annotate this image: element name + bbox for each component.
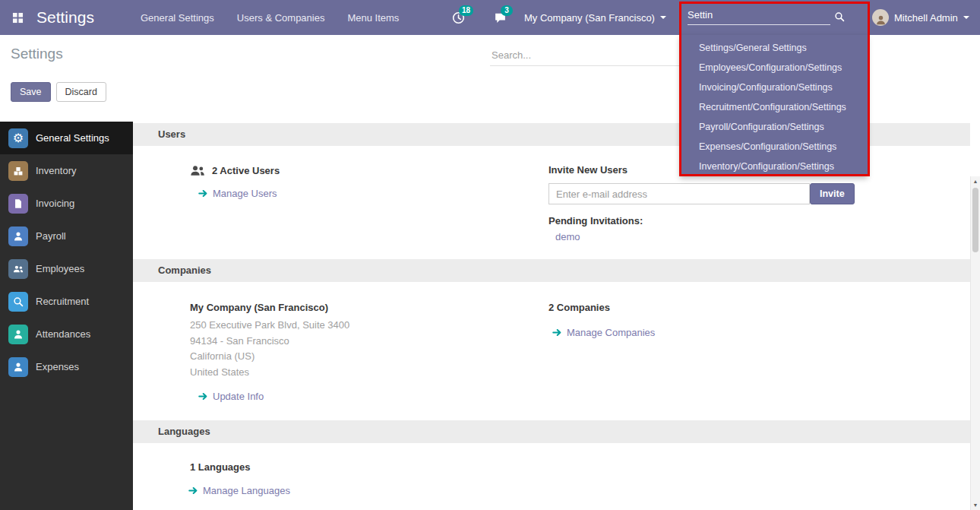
user-menu[interactable]: Mitchell Admin [872,0,969,35]
manage-users-anchor[interactable]: Manage Users [213,188,277,199]
address-line: California (US) [190,349,548,365]
sidebar-item-label: Payroll [36,230,66,242]
sidebar-item-label: Attendances [36,328,90,340]
manage-languages-anchor[interactable]: Manage Languages [203,485,290,496]
search-result-item[interactable]: Employees/Configuration/Settings [680,58,868,78]
menu-menu-items[interactable]: Menu Items [347,12,399,24]
search-result-item[interactable]: Settings/General Settings [680,38,868,58]
sidebar-item-attendances[interactable]: Attendances [0,318,133,350]
sidebar-item-expenses[interactable]: Expenses [0,350,133,383]
sidebar-item-general-settings[interactable]: ⚙ General Settings [0,122,133,154]
users-people-icon [190,164,205,177]
chevron-down-icon [963,16,969,19]
sidebar-item-recruitment[interactable]: Recruitment [0,285,133,318]
settings-sidebar: ⚙ General Settings Inventory Invoicing P… [0,122,133,510]
arrow-right-icon [198,188,208,198]
search-result-item[interactable]: Recruitment/Configuration/Settings [680,97,868,117]
arrow-right-icon [198,391,208,401]
manage-users-link: Manage Users [198,188,548,199]
invite-row: Invite [548,183,970,204]
company-switcher[interactable]: My Company (San Francisco) [524,0,666,35]
languages-section: 1 Languages Manage Languages [133,443,970,496]
odoo-settings-page: Settings General Settings Users & Compan… [0,0,980,510]
activity-menu-button[interactable]: 18 [448,0,468,35]
vertical-scrollbar[interactable]: ▲ ▼ [970,176,980,510]
address-line: 250 Executive Park Blvd, Suite 3400 [190,318,548,334]
activity-count-badge: 18 [459,5,473,16]
sidebar-item-employees[interactable]: Employees [0,252,133,285]
messages-menu-button[interactable]: 3 [490,0,510,35]
search-icon[interactable] [834,11,845,22]
company-address: 250 Executive Park Blvd, Suite 3400 9413… [190,318,548,380]
avatar [872,9,889,26]
section-header-companies: Companies [133,259,970,282]
section-header-languages: Languages [133,420,970,443]
app-title[interactable]: Settings [36,0,94,35]
scroll-up-arrow[interactable]: ▲ [971,179,980,184]
message-count-badge: 3 [501,5,513,16]
sidebar-item-label: General Settings [36,132,109,144]
navbar-search-input[interactable] [688,7,830,25]
navbar-search [688,0,847,35]
active-users: 2 Active Users [190,164,548,177]
pending-invitations-label: Pending Invitations: [548,215,970,226]
search-suggestions-dropdown: Settings/General Settings Employees/Conf… [680,35,868,176]
manage-companies-anchor[interactable]: Manage Companies [567,327,655,338]
menu-general-settings[interactable]: General Settings [141,12,214,24]
page-title: Settings [11,46,63,62]
address-line: 94134 - San Francisco [190,334,548,350]
update-info-anchor[interactable]: Update Info [213,391,264,402]
sidebar-item-label: Recruitment [36,296,89,307]
company-name: My Company (San Francisco) [190,302,548,313]
sidebar-item-label: Expenses [36,361,79,372]
manage-companies-link: Manage Companies [552,327,970,338]
companies-section: My Company (San Francisco) 250 Executive… [133,282,970,402]
companies-count: 2 Companies [548,302,970,313]
user-name-label: Mitchell Admin [894,12,958,24]
invite-email-input[interactable] [548,183,810,204]
control-panel-buttons: Save Discard [11,82,106,102]
sidebar-item-label: Invoicing [36,198,74,209]
expense-person-icon [8,357,28,377]
arrow-right-icon [188,486,198,496]
scroll-down-arrow[interactable]: ▼ [971,502,980,508]
languages-count: 1 Languages [190,461,548,473]
person-icon [875,14,887,26]
manage-languages-link: Manage Languages [188,485,548,496]
search-result-item[interactable]: Inventory/Configuration/Settings [680,157,868,176]
apps-menu-button[interactable] [0,0,35,35]
boxes-icon [8,161,28,181]
records-search-input[interactable] [490,46,680,66]
sidebar-item-invoicing[interactable]: Invoicing [0,187,133,220]
chevron-down-icon [660,16,666,19]
address-line: United States [190,365,548,381]
top-navbar: Settings General Settings Users & Compan… [0,0,980,35]
attendance-person-icon [8,325,28,344]
search-result-item[interactable]: Expenses/Configuration/Settings [680,137,868,157]
invoice-document-icon [8,194,28,214]
magnifier-icon [8,292,28,312]
active-users-count: 2 Active Users [212,165,280,176]
discard-button[interactable]: Discard [56,82,106,102]
settings-content: Users 2 Active Users Manage Users Invite… [133,122,970,510]
sidebar-item-label: Inventory [36,165,76,176]
pending-invite-demo-link[interactable]: demo [555,231,580,242]
apps-grid-icon [12,12,24,24]
sidebar-item-inventory[interactable]: Inventory [0,154,133,187]
arrow-right-icon [552,328,562,337]
gear-icon: ⚙ [8,128,28,148]
menu-users-companies[interactable]: Users & Companies [237,12,325,24]
payroll-person-icon [8,226,28,246]
save-button[interactable]: Save [11,82,51,102]
invite-button[interactable]: Invite [810,183,855,204]
scrollbar-thumb[interactable] [972,188,978,252]
update-info-link: Update Info [198,391,548,402]
company-switcher-label: My Company (San Francisco) [524,12,655,24]
search-result-item[interactable]: Invoicing/Configuration/Settings [680,78,868,97]
navbar-menus: General Settings Users & Companies Menu … [141,0,399,35]
employees-people-icon [8,259,28,279]
search-result-item[interactable]: Payroll/Configuration/Settings [680,117,868,137]
sidebar-item-label: Employees [36,263,84,274]
sidebar-item-payroll[interactable]: Payroll [0,220,133,252]
